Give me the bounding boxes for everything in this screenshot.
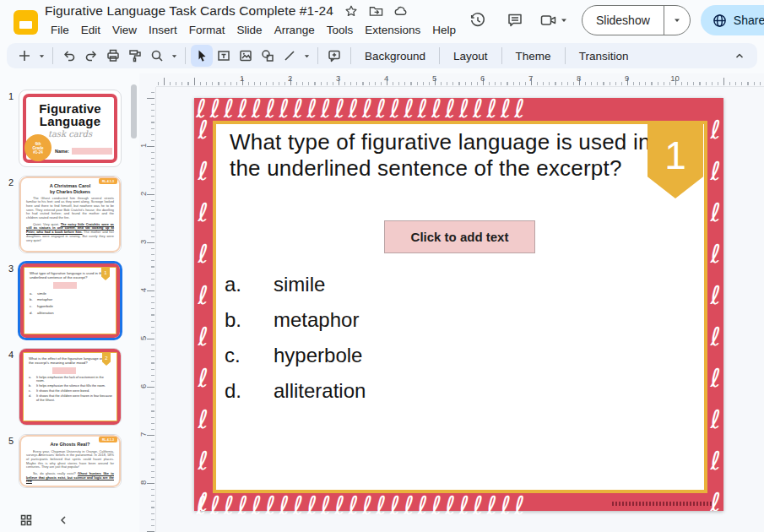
zoom-button[interactable] — [146, 45, 168, 67]
thumb3-placeholder — [53, 282, 77, 289]
thumb5-paragraph2: So, do ghosts really exist? Ghost hunter… — [26, 472, 114, 484]
menu-slide[interactable]: Slide — [231, 22, 268, 38]
menu-edit[interactable]: Edit — [75, 22, 106, 38]
menu-extensions[interactable]: Extensions — [359, 22, 426, 38]
slide-2-thumbnail[interactable]: RL.4.1-3 A Christmas Carol by Charles Di… — [19, 176, 122, 253]
menu-bar: File Edit View Insert Format Slide Arran… — [45, 20, 462, 39]
slide-canvas[interactable]: ℓℓℓℓℓℓℓℓℓℓℓℓℓℓℓℓℓℓℓℓℓℓℓℓ ℓℓℓℓℓℓℓℓℓℓℓℓℓℓℓ… — [156, 87, 764, 532]
thumb2-paragraph2: Quiet. Very quiet. The noisy little Crat… — [26, 223, 114, 243]
slideshow-button[interactable]: Slideshow — [582, 6, 664, 35]
slide-5-thumbnail[interactable]: RL.4.1-3 Are Ghosts Real? Every year, Ch… — [19, 434, 122, 488]
collapse-filmstrip-icon[interactable] — [52, 509, 74, 531]
filmstrip-scroll-area[interactable]: 1 Figurative Language task cards 6thGrad… — [0, 73, 139, 501]
slides-logo[interactable] — [14, 6, 38, 38]
h-ruler-number: 6 — [480, 73, 485, 83]
insert-line-button[interactable] — [279, 45, 301, 67]
cloud-status-icon[interactable] — [394, 5, 409, 17]
thumb1-grade-badge: 6thGrade#1-24 — [24, 134, 51, 161]
current-slide[interactable]: ℓℓℓℓℓℓℓℓℓℓℓℓℓℓℓℓℓℓℓℓℓℓℓℓ ℓℓℓℓℓℓℓℓℓℓℓℓℓℓℓ… — [194, 98, 723, 511]
move-folder-icon[interactable] — [369, 4, 383, 18]
thumb1-title-line1: Figurative — [26, 102, 114, 115]
h-ruler-number: 2 — [288, 73, 292, 83]
option-c[interactable]: c.hyperbole — [225, 338, 366, 373]
slide-1-number: 1 — [0, 90, 19, 167]
vertical-ruler[interactable]: 12345678 — [139, 87, 156, 532]
paint-format-button[interactable] — [124, 45, 146, 67]
chevron-down-icon — [560, 16, 568, 24]
thumb5-standard-tag: RL.4.1-3 — [99, 437, 117, 442]
theme-button[interactable]: Theme — [507, 46, 560, 66]
undo-button[interactable] — [58, 45, 80, 67]
filmstrip-scrollbar[interactable] — [131, 84, 137, 138]
insert-comment-button[interactable] — [323, 45, 345, 67]
loop-border-left: ℓℓℓℓℓℓℓℓℓℓ — [192, 98, 214, 511]
watermark — [612, 502, 712, 506]
menu-file[interactable]: File — [45, 22, 75, 38]
thumb1-name-label: Name: — [55, 149, 69, 154]
text-placeholder[interactable]: Click to add text — [384, 220, 535, 253]
star-icon[interactable] — [344, 4, 358, 18]
option-a[interactable]: a.simile — [225, 267, 366, 302]
slide-card: What type of figurative language is used… — [213, 121, 707, 493]
slide-3-number: 3 — [0, 262, 19, 339]
insert-image-button[interactable] — [235, 45, 257, 67]
text-box-button[interactable] — [213, 45, 235, 67]
print-button[interactable] — [102, 45, 124, 67]
zoom-caret[interactable] — [168, 45, 180, 67]
document-title[interactable]: Figurative Language Task Cards Complete … — [45, 3, 333, 19]
thumb2-paragraph1: The Ghost conducted him through several … — [26, 197, 114, 220]
share-button-label: Share — [734, 14, 764, 27]
slide-3-thumbnail-selected[interactable]: What type of figurative language is used… — [19, 262, 122, 339]
meet-button[interactable] — [536, 12, 572, 29]
transition-button[interactable]: Transition — [571, 46, 637, 66]
v-ruler-number: 5 — [138, 336, 148, 340]
menu-help[interactable]: Help — [426, 22, 462, 38]
option-b[interactable]: b.metaphor — [225, 302, 366, 338]
collapse-toolbar-icon[interactable] — [729, 45, 750, 67]
h-ruler-number: 4 — [384, 73, 388, 83]
redo-button[interactable] — [80, 45, 102, 67]
slide-5-number: 5 — [0, 434, 19, 488]
thumb4-placeholder — [52, 367, 76, 374]
main-area: 1 Figurative Language task cards 6thGrad… — [0, 73, 764, 532]
grid-view-icon[interactable] — [15, 509, 37, 531]
menu-tools[interactable]: Tools — [321, 22, 360, 38]
version-history-icon[interactable] — [462, 4, 494, 36]
answer-options: a.simile b.metaphor c.hyperbole d.allite… — [225, 267, 366, 409]
v-ruler-number: 4 — [138, 288, 148, 292]
globe-icon — [713, 14, 727, 28]
thumb5-paragraph1: Every year, Chapman University in Orange… — [26, 450, 114, 470]
thumb2-subheading: by Charles Dickens — [26, 189, 114, 194]
slideshow-options-caret[interactable] — [664, 6, 690, 35]
toolbar: Background Layout Theme Transition — [7, 43, 757, 68]
thumb4-question: What is the effect of the figurative lan… — [29, 356, 106, 366]
thumb1-title-line2: Language — [26, 115, 114, 128]
comments-icon[interactable] — [499, 4, 531, 36]
slide-4-number: 4 — [0, 348, 19, 426]
share-button[interactable]: Share — [701, 5, 764, 35]
new-slide-button[interactable] — [14, 45, 35, 67]
slide-4-thumbnail[interactable]: What is the effect of the figurative lan… — [19, 348, 122, 426]
option-d[interactable]: d.alliteration — [225, 373, 366, 409]
loop-border-top: ℓℓℓℓℓℓℓℓℓℓℓℓℓℓℓℓℓℓℓℓℓℓℓℓ — [194, 96, 723, 119]
v-ruler-number: 2 — [138, 192, 148, 196]
thumb2-standard-tag: RL.4.1-3 — [99, 178, 117, 184]
slide-1-thumbnail[interactable]: Figurative Language task cards 6thGrade#… — [19, 90, 122, 167]
h-ruler-number: 10 — [670, 73, 680, 83]
menu-view[interactable]: View — [106, 22, 143, 38]
new-slide-caret[interactable] — [35, 45, 47, 67]
menu-insert[interactable]: Insert — [143, 22, 183, 38]
insert-line-caret[interactable] — [301, 45, 312, 67]
app-header: Figurative Language Task Cards Complete … — [0, 0, 764, 41]
slide-filmstrip: 1 Figurative Language task cards 6thGrad… — [0, 73, 139, 532]
menu-format[interactable]: Format — [183, 22, 231, 38]
insert-shape-button[interactable] — [257, 45, 279, 67]
background-button[interactable]: Background — [356, 46, 434, 66]
question-text[interactable]: What type of figurative language is used… — [230, 129, 656, 182]
menu-arrange[interactable]: Arrange — [268, 22, 321, 38]
select-tool-button[interactable] — [191, 45, 213, 67]
layout-button[interactable]: Layout — [445, 46, 496, 66]
h-ruler-number: 7 — [528, 73, 533, 83]
horizontal-ruler[interactable]: 12345678910 — [156, 73, 764, 87]
thumb3-question: What type of figurative language is used… — [30, 271, 107, 280]
